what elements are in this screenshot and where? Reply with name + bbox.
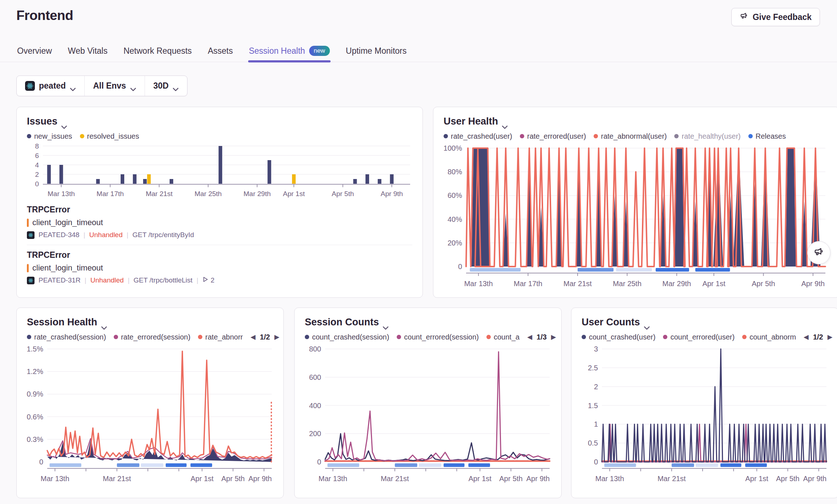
period-filter[interactable]: 30D <box>145 76 187 96</box>
tab-assets[interactable]: Assets <box>207 46 234 62</box>
svg-text:0.9%: 0.9% <box>27 390 43 398</box>
user-health-panel-title[interactable]: User Health <box>444 116 829 127</box>
tab-web-vitals[interactable]: Web Vitals <box>67 46 108 62</box>
legend-item-new-issues[interactable]: new_issues <box>27 132 72 141</box>
legend-dot <box>748 134 753 138</box>
legend-label: rate_healthy(user) <box>682 132 740 141</box>
react-project-icon <box>25 81 35 91</box>
legend-item-resolved-issues[interactable]: resolved_issues <box>80 132 139 141</box>
legend-item-rate-abnorr[interactable]: rate_abnorr <box>198 333 243 341</box>
svg-text:80%: 80% <box>448 168 462 176</box>
session-health-panel: Session Health rate_crashed(session)rate… <box>16 308 284 498</box>
legend-item-releases[interactable]: Releases <box>748 132 786 141</box>
pager-prev-icon[interactable]: ◀ <box>527 333 532 341</box>
legend-dot <box>198 335 202 339</box>
error-level-bar <box>27 219 29 227</box>
project-filter[interactable]: peated <box>17 76 84 96</box>
legend-label: count_crashed(session) <box>312 333 389 341</box>
tab-session-health[interactable]: Session Healthnew <box>248 46 331 62</box>
svg-text:2: 2 <box>594 383 598 391</box>
svg-text:Mar 13th: Mar 13th <box>595 475 624 483</box>
chevron-down-icon <box>61 121 67 124</box>
pager-count: 1/2 <box>813 333 823 341</box>
legend-item-rate-abnormal-user-[interactable]: rate_abnormal(user) <box>594 132 667 141</box>
svg-text:40%: 40% <box>448 215 462 223</box>
replay-count[interactable]: 2 <box>202 276 215 284</box>
svg-text:Mar 13th: Mar 13th <box>48 190 75 198</box>
legend-item-count-errored-user-[interactable]: count_errored(user) <box>663 333 735 341</box>
legend-item-rate-healthy-user-[interactable]: rate_healthy(user) <box>674 132 740 141</box>
svg-text:2: 2 <box>35 171 39 178</box>
svg-text:6: 6 <box>35 152 39 159</box>
tab-label: Overview <box>17 46 52 56</box>
session-health-chart: 00.3%0.6%0.9%1.2%1.5%Mar 13thMar 21stApr… <box>27 344 273 487</box>
issues-list: TRPCErrorclient_login_timeoutPEATED-348|… <box>27 200 412 290</box>
svg-text:Apr 9th: Apr 9th <box>801 280 825 288</box>
legend-label: rate_abnorr <box>205 333 243 341</box>
svg-text:Apr 1st: Apr 1st <box>702 280 725 288</box>
legend-label: Releases <box>756 132 786 141</box>
issues-panel-title[interactable]: Issues <box>27 116 412 127</box>
svg-text:4: 4 <box>35 161 39 169</box>
legend-dot <box>305 335 309 339</box>
svg-text:1.5%: 1.5% <box>27 345 43 353</box>
new-badge: new <box>309 46 330 56</box>
svg-text:8: 8 <box>35 143 39 150</box>
session-health-panel-title[interactable]: Session Health <box>27 317 273 328</box>
tab-label: Assets <box>208 46 233 56</box>
issue-type[interactable]: TRPCError <box>27 250 412 260</box>
legend-item-count-errored-session-[interactable]: count_errored(session) <box>397 333 479 341</box>
issue-short-id: PEATED-31R <box>39 276 81 284</box>
svg-text:1.2%: 1.2% <box>27 367 43 375</box>
session-counts-panel-title[interactable]: Session Counts <box>305 317 551 328</box>
legend-dot <box>27 335 31 339</box>
issue-meta: PEATED-31R|Unhandled|GET /trpc/bottleLis… <box>27 276 412 284</box>
legend-dot <box>594 134 598 138</box>
env-filter[interactable]: All Envs <box>84 76 145 96</box>
tab-label: Web Vitals <box>68 46 108 56</box>
legend-dot <box>742 335 747 339</box>
svg-text:Mar 21st: Mar 21st <box>381 475 409 483</box>
svg-text:0: 0 <box>458 263 462 271</box>
issue-endpoint: GET /trpc/bottleList <box>134 276 193 284</box>
svg-text:0: 0 <box>39 458 43 466</box>
period-filter-label: 30D <box>153 81 169 91</box>
issue-row[interactable]: TRPCErrorclient_login_timeoutPEATED-31R|… <box>27 245 412 290</box>
pager-prev-icon[interactable]: ◀ <box>250 333 255 341</box>
chevron-down-icon <box>383 321 388 325</box>
pager-next-icon[interactable]: ▶ <box>828 333 833 341</box>
pager-next-icon[interactable]: ▶ <box>551 333 556 341</box>
svg-text:Mar 21st: Mar 21st <box>658 475 686 483</box>
separator: | <box>127 231 129 239</box>
legend-item-count-crashed-user-[interactable]: count_crashed(user) <box>582 333 655 341</box>
svg-text:Mar 17th: Mar 17th <box>514 280 542 288</box>
issue-row[interactable]: TRPCErrorclient_login_timeoutPEATED-348|… <box>27 200 412 245</box>
legend-item-rate-crashed-user-[interactable]: rate_crashed(user) <box>444 132 512 141</box>
user-health-legend: rate_crashed(user)rate_errored(user)rate… <box>444 131 829 141</box>
svg-text:Mar 17th: Mar 17th <box>97 190 124 198</box>
tab-network-requests[interactable]: Network Requests <box>123 46 193 62</box>
unhandled-tag: Unhandled <box>89 231 123 239</box>
megaphone-icon <box>813 247 824 259</box>
pager-prev-icon[interactable]: ◀ <box>804 333 809 341</box>
legend-item-count-a[interactable]: count_a <box>486 333 519 341</box>
svg-text:60%: 60% <box>448 191 462 199</box>
tab-uptime-monitors[interactable]: Uptime Monitors <box>345 46 407 62</box>
legend-item-rate-errored-user-[interactable]: rate_errored(user) <box>520 132 586 141</box>
user-counts-panel-title[interactable]: User Counts <box>582 317 828 328</box>
legend-item-count-abnorm[interactable]: count_abnorm <box>742 333 796 341</box>
user-health-chart: 020%40%60%80%100%Mar 13thMar 17thMar 21s… <box>444 143 829 290</box>
issues-legend: new_issuesresolved_issues <box>27 131 412 141</box>
legend-item-count-crashed-session-[interactable]: count_crashed(session) <box>305 333 389 341</box>
pager-next-icon[interactable]: ▶ <box>274 333 279 341</box>
legend-label: rate_abnormal(user) <box>601 132 667 141</box>
legend-dot <box>444 134 448 138</box>
issue-type[interactable]: TRPCError <box>27 205 412 215</box>
tab-overview[interactable]: Overview <box>16 46 53 62</box>
legend-item-rate-crashed-session-[interactable]: rate_crashed(session) <box>27 333 106 341</box>
panel-title-text: Issues <box>27 116 57 127</box>
svg-text:Mar 25th: Mar 25th <box>194 190 222 198</box>
svg-text:Apr 1st: Apr 1st <box>469 475 492 483</box>
feedback-fab-button[interactable] <box>807 241 830 264</box>
legend-item-rate-errored-session-[interactable]: rate_errored(session) <box>114 333 190 341</box>
